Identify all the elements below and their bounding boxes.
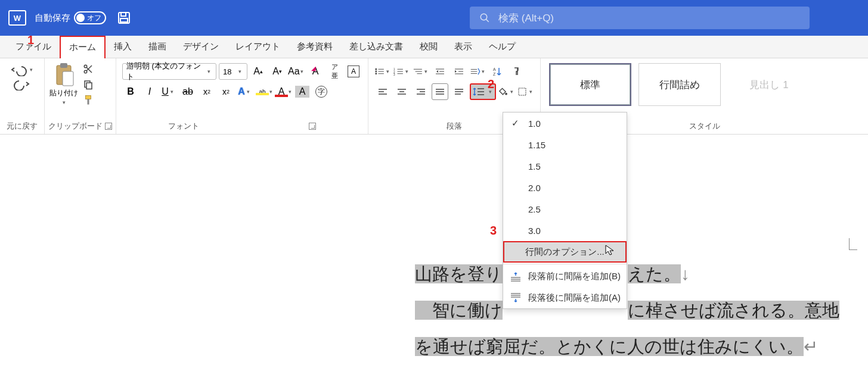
word-app-icon: W [8,10,26,26]
shrink-font-button[interactable]: A▾ [269,63,286,80]
tab-mailings[interactable]: 差し込み文書 [341,36,411,58]
svg-rect-14 [86,96,91,99]
doc-line-1a: 山路を登り [415,264,503,283]
add-space-after[interactable]: 段落後に間隔を追加(A) [503,287,627,308]
grow-font-button[interactable]: A▴ [250,63,266,80]
line-spacing-options[interactable]: 行間のオプション... [503,241,627,263]
enclose-char-button[interactable]: A [345,63,362,80]
group-para-label: 段落 [447,121,462,132]
align-left-button[interactable] [374,83,391,100]
svg-point-3 [480,14,487,20]
char-shading-button[interactable]: A [294,83,311,100]
font-name-value: 游明朝 (本文のフォント [126,61,205,82]
justify-button[interactable] [432,83,448,100]
ribbon: ▾ 元に戻す 貼り付け ▾ クリップボード 游明朝 (本文のフォント▾ 18▾ [0,58,868,135]
tab-review[interactable]: 校閲 [411,36,446,58]
enclose-circle-button[interactable]: 字 [313,83,330,100]
clipboard-dialog-launcher[interactable] [105,123,112,130]
sort-button[interactable]: AZ [489,63,506,80]
clear-format-button[interactable]: A◢ [307,63,324,80]
svg-rect-2 [120,18,128,22]
group-font-label: フォント [168,121,199,132]
group-style-label: スタイル [689,121,720,132]
search-placeholder: 検索 (Alt+Q) [498,11,554,25]
autosave-group: 自動保存 オフ [35,11,106,24]
autosave-toggle[interactable]: オフ [74,11,106,24]
font-color-button[interactable]: A▾ [275,83,292,100]
svg-rect-1 [121,13,126,16]
copy-button[interactable] [80,77,96,92]
svg-text:3: 3 [393,73,395,76]
phonetic-guide-button[interactable]: ア亜 [326,63,343,80]
redo-button[interactable] [13,77,31,90]
align-center-button[interactable] [393,83,410,100]
add-space-before-label: 段落前に間隔を追加(B) [528,271,621,282]
ribbon-tabs: ファイル ホーム 挿入 描画 デザイン レイアウト 参考資料 差し込み文書 校閲… [0,36,868,58]
distribute-button[interactable] [451,83,467,100]
line-spacing-1-15[interactable]: 1.15 [503,134,627,155]
tab-references[interactable]: 参考資料 [289,36,341,58]
add-space-before[interactable]: 段落前に間隔を追加(B) [503,266,627,287]
line-spacing-1-5[interactable]: 1.5 [503,155,627,177]
tab-home[interactable]: ホーム [60,36,106,58]
ltr-button[interactable]: ▾ [470,63,486,80]
doc-line-2b: に棹させば流される。意地 [628,301,839,320]
cut-button[interactable] [80,62,96,76]
multilevel-button[interactable]: ▾ [413,63,429,80]
decrease-indent-button[interactable] [432,63,448,80]
font-size-combo[interactable]: 18▾ [219,63,247,80]
tab-help[interactable]: ヘルプ [480,36,524,58]
copy-icon [83,79,94,90]
align-right-button[interactable] [413,83,429,100]
line-spacing-1-0[interactable]: 1.0 [503,113,627,134]
svg-text:A: A [493,67,496,71]
font-size-value: 18 [223,67,231,76]
tab-design[interactable]: デザイン [175,36,227,58]
doc-line-1b: えた。 [628,264,681,283]
svg-point-18 [375,73,377,74]
subscript-button[interactable]: x2 [199,83,215,100]
line-spacing-menu: 1.0 1.15 1.5 2.0 2.5 3.0 行間のオプション... 段落前… [503,112,627,309]
underline-button[interactable]: U▾ [160,83,177,100]
increase-indent-button[interactable] [451,63,467,80]
format-painter-button[interactable] [80,93,96,107]
text-effects-button[interactable]: A▾ [237,83,253,100]
tab-file[interactable]: ファイル [7,36,60,58]
highlight-button[interactable]: ab▾ [256,83,272,100]
numbering-button[interactable]: 123▾ [393,63,410,80]
svg-text:Z: Z [493,72,496,76]
font-dialog-launcher[interactable] [309,123,316,130]
group-clipboard: 貼り付け ▾ クリップボード [45,58,116,134]
tab-view[interactable]: 表示 [446,36,480,58]
borders-button[interactable]: ▾ [517,83,534,100]
tab-draw[interactable]: 描画 [140,36,175,58]
search-box[interactable]: 検索 (Alt+Q) [470,7,810,29]
paste-button[interactable]: 貼り付け ▾ [48,62,79,120]
style-normal[interactable]: 標準 [549,63,631,106]
line-spacing-3-0[interactable]: 3.0 [503,220,627,241]
line-spacing-2-0[interactable]: 2.0 [503,177,627,198]
svg-rect-61 [519,88,526,95]
style-heading1[interactable]: 見出し 1 [728,63,810,106]
italic-button[interactable]: I [141,83,158,100]
show-marks-button[interactable] [508,63,525,80]
line-spacing-2-5[interactable]: 2.5 [503,198,627,220]
group-undo-label: 元に戻す [4,120,41,134]
scissors-icon [83,64,94,74]
strike-button[interactable]: ab [179,83,196,100]
style-nospace[interactable]: 行間詰め [638,63,721,106]
change-case-button[interactable]: Aa▾ [288,63,305,80]
shading-button[interactable]: ▾ [498,83,515,100]
autosave-label: 自動保存 [35,13,70,24]
tab-insert[interactable]: 挿入 [106,36,140,58]
font-name-combo[interactable]: 游明朝 (本文のフォント▾ [122,63,216,80]
autosave-state: オフ [87,13,101,23]
superscript-button[interactable]: x2 [218,83,234,100]
svg-point-60 [505,93,507,95]
save-icon[interactable] [117,11,131,25]
bold-button[interactable]: B [122,83,139,100]
line-spacing-button[interactable]: ▾ [470,83,496,100]
tab-layout[interactable]: レイアウト [227,36,289,58]
undo-button[interactable]: ▾ [10,63,35,76]
bullets-button[interactable]: ▾ [374,63,391,80]
